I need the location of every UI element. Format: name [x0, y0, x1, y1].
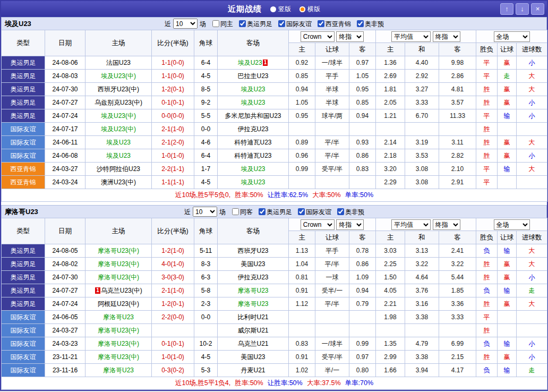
match-row: 国际友谊24-06-08埃及U231-0(1-0)6-4科特迪瓦U230.96平… — [2, 149, 547, 163]
same-venue-filter-checkbox[interactable] — [212, 20, 219, 27]
bookmaker-select[interactable]: Crown — [301, 219, 335, 230]
league-filter[interactable]: 国际友谊 — [276, 20, 312, 28]
match-row: 国际友谊23-11-21摩洛哥U23(中)1-0(1-0)4-5美国U230.9… — [2, 351, 547, 364]
corner-cell — [194, 324, 218, 337]
score-cell — [152, 324, 194, 337]
avg-home-cell: 1.35 — [376, 337, 405, 351]
avg-away-cell: 9.98 — [439, 56, 476, 70]
score-cell: 3-0(3-0) — [152, 271, 194, 284]
league-filter-checkbox[interactable] — [298, 208, 305, 215]
games-count-select[interactable]: 10 — [173, 19, 198, 29]
layout-radio-vertical[interactable]: 竖版 — [270, 5, 291, 14]
team-name-text: 摩洛哥U23(中) — [98, 260, 139, 268]
avg-draw-cell — [405, 324, 439, 337]
col-header-home: 主场 — [85, 30, 152, 56]
match-row: 国际友谊24-06-11埃及U232-1(2-0)4-6科特迪瓦U230.89平… — [2, 136, 547, 149]
col-header-date: 日期 — [45, 30, 85, 56]
radio-checked-icon — [299, 6, 305, 12]
result-cell: 胜 — [476, 351, 498, 364]
league-filter[interactable]: 奥运男足 — [237, 20, 272, 28]
col-header-date: 日期 — [45, 218, 85, 244]
stats-segment: 近10场,胜5平1负4, — [175, 379, 230, 387]
corner-cell: 5-5 — [194, 109, 218, 123]
league-filter-checkbox[interactable] — [357, 20, 364, 27]
home-team-cell: 埃及U23 — [85, 149, 152, 163]
avg-home-cell: 1.66 — [376, 364, 405, 377]
team-name-text: 摩洛哥U23(中) — [98, 247, 139, 254]
odds-away-cell: 0.93 — [349, 136, 376, 149]
match-type-cell: 奥运男足 — [2, 297, 45, 311]
layout-radio-horizontal[interactable]: 横版 — [299, 5, 320, 14]
odds-handicap-cell: 半球 — [315, 96, 349, 109]
match-type-cell: 国际友谊 — [2, 324, 45, 337]
match-date-cell: 23-11-16 — [45, 364, 85, 377]
match-scope-select[interactable]: 全场 — [494, 219, 530, 230]
league-filter-checkbox[interactable] — [278, 20, 285, 27]
odds-stage-select[interactable]: 终指 — [336, 219, 364, 230]
league-filter[interactable]: 奥运男足 — [256, 208, 292, 216]
avg-draw-cell: 4.79 — [405, 337, 439, 351]
match-type-cell: 奥运男足 — [2, 258, 45, 271]
score-cell: 1-0(1-0) — [152, 149, 194, 163]
bookmaker-select[interactable]: Crown — [301, 31, 335, 42]
avg-draw-cell: 3.38 — [405, 311, 439, 324]
same-venue-filter[interactable]: 同主 — [210, 20, 233, 28]
avg-source-select[interactable]: 平均值 — [391, 219, 431, 230]
home-team-cell: 乌兹别克U23(中) — [85, 96, 152, 109]
avg-draw-cell — [405, 123, 439, 136]
odds-home-cell: 0.94 — [289, 83, 315, 96]
avg-draw-cell: 3.08 — [405, 163, 439, 176]
avg-stage-select[interactable]: 终指 — [433, 31, 460, 42]
match-type-cell: 奥运男足 — [2, 70, 45, 83]
home-team-cell: 摩洛哥U23(中) — [85, 351, 152, 364]
red-card-badge: 1 — [263, 59, 268, 66]
home-team-cell: 摩洛哥U23(中) — [85, 258, 152, 271]
move-down-button[interactable]: ↓ — [516, 3, 529, 15]
league-filter-checkbox[interactable] — [239, 20, 246, 27]
odds-away-cell: 0.86 — [349, 258, 376, 271]
stats-segment: 胜率:50% — [235, 191, 263, 199]
team-name-text: 埃及U23 — [106, 139, 131, 146]
league-filter-checkbox[interactable] — [337, 208, 344, 215]
league-filter[interactable]: 国际友谊 — [296, 208, 331, 216]
odds-home-cell: 1.04 — [289, 258, 315, 271]
result-cell: 胜 — [476, 271, 498, 284]
odds-handicap-cell — [315, 324, 349, 337]
match-type-cell: 国际友谊 — [2, 351, 45, 364]
avg-away-cell: 2.10 — [439, 163, 476, 176]
team-name-text: 摩洛哥U23 — [103, 313, 134, 321]
same-venue-filter[interactable]: 同客 — [230, 208, 253, 216]
same-venue-filter-checkbox[interactable] — [232, 208, 239, 215]
score-cell: 2-2(1-1) — [152, 163, 194, 176]
match-scope-select[interactable]: 全场 — [494, 31, 530, 42]
move-up-button[interactable]: ↑ — [500, 3, 513, 15]
odds-handicap-cell — [315, 311, 349, 324]
match-date-cell: 24-07-27 — [45, 96, 85, 109]
corner-cell: 5-11 — [194, 244, 218, 258]
games-count-select[interactable]: 10 — [193, 207, 217, 217]
league-filter[interactable]: 奥非预 — [355, 20, 384, 28]
match-date-cell: 24-08-06 — [45, 56, 85, 70]
home-team-cell: 摩洛哥U23(中) — [85, 324, 152, 337]
odds-home-cell: 0.89 — [289, 136, 315, 149]
corner-cell: 4-5 — [194, 351, 218, 364]
away-team-cell: 巴拉圭U23 — [218, 70, 289, 83]
away-team-cell: 埃及U23 — [218, 176, 289, 189]
stats-segment: 胜率:50% — [235, 379, 263, 387]
odds-away-cell: 0.78 — [349, 244, 376, 258]
odds-home-cell: 1.02 — [289, 364, 315, 377]
odds-stage-select[interactable]: 终指 — [336, 31, 364, 42]
league-filter[interactable]: 奥非预 — [335, 208, 364, 216]
team-name-text: 美国U23 — [241, 260, 265, 268]
league-filter[interactable]: 西亚青锦 — [315, 20, 351, 28]
close-button[interactable]: × — [531, 3, 544, 15]
team-name-text: 澳洲U23(中) — [101, 178, 136, 186]
avg-source-select[interactable]: 平均值 — [391, 31, 431, 42]
avg-home-cell: 2.99 — [376, 351, 405, 364]
avg-stage-select[interactable]: 终指 — [433, 219, 460, 230]
away-team-cell: 科特迪瓦U23 — [218, 136, 289, 149]
match-date-cell: 24-03-24 — [45, 176, 85, 189]
league-filter-checkbox[interactable] — [259, 208, 266, 215]
league-filter-checkbox[interactable] — [318, 20, 324, 27]
team-name-text: 埃及U23 — [238, 59, 262, 66]
